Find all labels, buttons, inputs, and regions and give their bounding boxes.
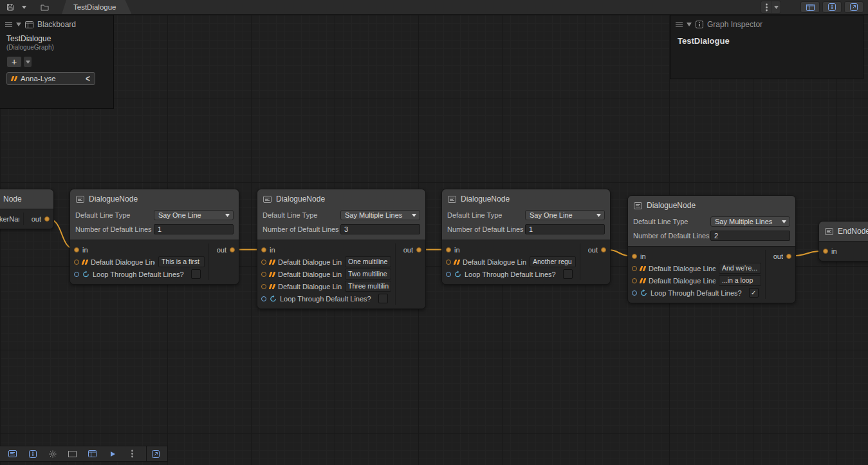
blackboard-field-anna-lyse[interactable]: Anna-Lyse <	[6, 72, 95, 85]
bottombar-blackboard-panel-button[interactable]	[82, 446, 102, 461]
node-icon	[8, 450, 17, 457]
bottombar-preview-play-button[interactable]	[102, 446, 122, 461]
port-dot[interactable]	[44, 216, 50, 222]
blackboard-field-label: Anna-Lyse	[21, 75, 56, 82]
bottombar-open-window-button[interactable]	[146, 446, 165, 461]
inspector-header[interactable]: Graph Inspector	[670, 15, 863, 32]
port-dot[interactable]	[446, 247, 451, 252]
toggle-blackboard-button[interactable]	[800, 1, 820, 13]
input-column: inDefault Dialogue LineThis is a firstLo…	[70, 243, 208, 280]
bottombar-more-options-button[interactable]	[122, 446, 142, 461]
node-end[interactable]: EndNodein	[818, 221, 868, 261]
node-title-text: EndNode	[838, 227, 868, 236]
toggle-inspector-button[interactable]	[822, 1, 842, 13]
collapse-left-icon[interactable]: <	[86, 73, 90, 84]
line-type-dropdown[interactable]: Say One Line	[154, 210, 234, 220]
port-dot-empty[interactable]	[74, 272, 79, 277]
loop-checkbox[interactable]	[563, 269, 573, 279]
bottombar-inspector-toggle-button[interactable]	[23, 446, 42, 461]
loop-checkbox[interactable]	[378, 294, 388, 303]
line-type-dropdown[interactable]: Say One Line	[525, 210, 605, 220]
drag-handle-icon	[676, 22, 683, 27]
line-type-dropdown[interactable]: Say Multiple Lines	[340, 210, 420, 220]
add-property-dropdown[interactable]	[23, 56, 32, 68]
tab-testdialogue[interactable]: TestDialogue	[62, 0, 131, 14]
bottom-toolbar	[0, 446, 168, 462]
bottombar-minimap-button[interactable]	[62, 446, 82, 461]
number-of-lines-field[interactable]: 2	[710, 231, 790, 241]
collapse-arrow-icon[interactable]	[16, 23, 21, 26]
node-title-bar[interactable]: DialogueNode	[628, 196, 795, 215]
number-of-lines-field[interactable]: 1	[525, 224, 605, 234]
dialogue-line-row: Default Dialogue Line 2Two multiline	[257, 268, 395, 280]
port-in-label: in	[640, 252, 646, 260]
port-dot[interactable]	[823, 249, 828, 254]
blackboard-header[interactable]: Blackboard	[0, 15, 113, 32]
node-title-bar[interactable]: DialogueNode	[442, 189, 610, 209]
bottombar-tools-button[interactable]	[42, 446, 62, 461]
node-d3[interactable]: DialogueNodeDefault Line TypeSay One Lin…	[441, 189, 611, 285]
node-title-bar[interactable]: DialogueNode	[70, 189, 239, 209]
node-d1[interactable]: DialogueNodeDefault Line TypeSay One Lin…	[69, 189, 239, 285]
graph-inspector-panel[interactable]: Graph Inspector TestDialogue	[670, 15, 863, 79]
node-title-bar[interactable]: DialogueNode	[257, 189, 425, 209]
dialogue-line-field[interactable]: Another regu	[530, 256, 576, 267]
dialogue-line-field[interactable]: And we're...	[719, 263, 761, 274]
dialogue-line-field[interactable]: This is a first	[158, 256, 205, 267]
blackboard-panel[interactable]: Blackboard TestDialogue (DialogueGraph) …	[0, 15, 114, 109]
port-dot-empty[interactable]	[446, 272, 451, 277]
number-of-lines-field[interactable]: 1	[154, 224, 234, 234]
node-title-bar[interactable]: EndNode	[819, 222, 868, 241]
port-in-label: in	[831, 247, 837, 255]
open-asset-button[interactable]	[37, 0, 53, 14]
dialogue-line-field[interactable]: ...in a loop	[719, 275, 761, 286]
port-dot[interactable]	[74, 247, 79, 252]
open-preview-button[interactable]	[844, 1, 863, 13]
port-dot[interactable]	[261, 247, 266, 252]
dialogue-quote-icon	[270, 284, 275, 289]
add-property-button[interactable]: +	[6, 56, 22, 68]
port-dot-empty[interactable]	[261, 284, 266, 289]
bottombar-blackboard-toggle-button[interactable]	[3, 446, 23, 461]
port-dot[interactable]	[632, 254, 637, 259]
node-title-text: DialogueNode	[276, 195, 325, 204]
dialogue-line-row: Default Dialogue Line 3Three multilin	[257, 280, 395, 292]
overflow-menu-button[interactable]	[761, 1, 781, 14]
dialogue-line-field[interactable]: Three multilin	[345, 281, 391, 292]
port-dot[interactable]	[786, 254, 791, 259]
loop-checkbox[interactable]	[191, 269, 201, 279]
save-icon	[6, 3, 14, 11]
save-button[interactable]	[3, 0, 18, 14]
port-dot-empty[interactable]	[261, 296, 266, 301]
graph-canvas[interactable]: NodekerNameoutDialogueNodeDefault Line T…	[0, 15, 868, 465]
node-type-icon	[634, 202, 642, 209]
port-dot[interactable]	[230, 247, 235, 252]
loop-icon	[82, 270, 89, 278]
port-dot-empty[interactable]	[632, 278, 637, 283]
dialogue-line-field[interactable]: One multiline	[345, 256, 391, 267]
port-dot-empty[interactable]	[632, 290, 637, 296]
chevron-down-icon	[225, 214, 230, 217]
dialogue-line-field[interactable]: Two multiline	[345, 269, 391, 280]
port-dot-empty[interactable]	[261, 260, 266, 265]
port-dot-empty[interactable]	[74, 260, 79, 265]
node-title-bar[interactable]: Node	[0, 189, 53, 209]
property-row: Default Line TypeSay One Line	[447, 209, 605, 221]
node-d4[interactable]: DialogueNodeDefault Line TypeSay Multipl…	[627, 195, 796, 303]
collapse-arrow-icon[interactable]	[687, 23, 692, 26]
number-of-lines-field[interactable]: 3	[340, 224, 420, 234]
loop-checkbox[interactable]: ✓	[749, 288, 759, 298]
line-type-dropdown[interactable]: Say Multiple Lines	[710, 216, 790, 227]
port-dot-empty[interactable]	[632, 266, 637, 271]
node-d2[interactable]: DialogueNodeDefault Line TypeSay Multipl…	[257, 189, 426, 309]
node-ports: kerNameout	[0, 209, 53, 229]
info-icon	[29, 450, 37, 458]
port-dot[interactable]	[416, 247, 421, 252]
port-dot[interactable]	[601, 247, 606, 252]
save-dropdown-button[interactable]	[18, 0, 30, 14]
port-dot-empty[interactable]	[261, 272, 266, 277]
port-out-label: out	[773, 252, 783, 260]
node-speaker[interactable]: NodekerNameout	[0, 189, 54, 229]
port-in-label: in	[270, 246, 275, 254]
port-dot-empty[interactable]	[446, 260, 451, 265]
